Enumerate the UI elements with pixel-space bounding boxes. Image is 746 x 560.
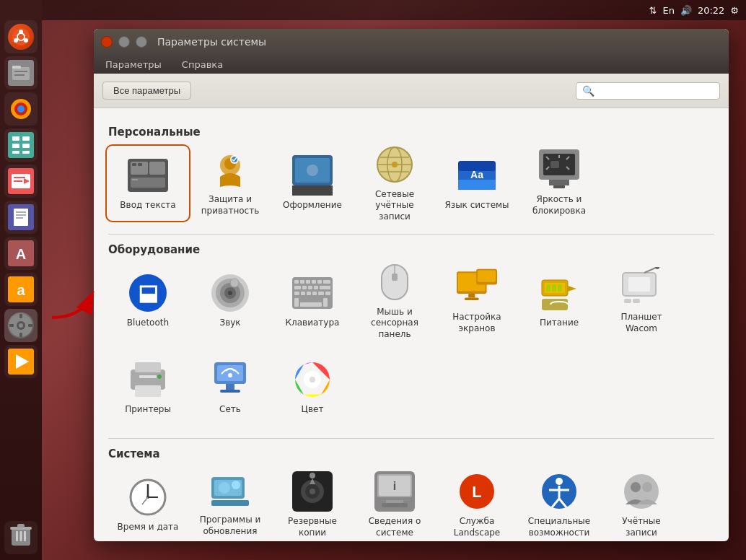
svg-rect-105 [294,298,299,307]
sidebar-item-impress[interactable] [4,165,38,198]
backup-label: Резервные копии [278,516,346,538]
svg-point-150 [232,481,240,489]
svg-rect-75 [549,180,569,185]
updates-label: Программы и обновления [196,515,264,537]
svg-rect-45 [17,524,25,528]
sidebar-item-vlc[interactable] [4,345,38,378]
sidebar-item-ubuntu[interactable] [4,20,38,53]
svg-point-69 [392,162,398,167]
settings-item-mouse[interactable]: Мышь и сенсорная панель [355,265,434,337]
clock-label: Время и дата [118,522,179,533]
settings-item-updates[interactable]: Программы и обновления [190,469,270,541]
svg-rect-47 [20,531,22,541]
settings-item-backup[interactable]: Резервные копии [273,469,352,541]
settings-item-monitors[interactable]: Настройка экранов [437,265,517,337]
svg-rect-72 [458,180,496,190]
appstore-icon: A [8,240,34,266]
svg-rect-17 [22,144,30,148]
backup-icon [292,471,333,512]
sidebar-item-files[interactable] [4,56,38,89]
sysinfo-icon: i [374,471,415,512]
svg-rect-14 [12,136,19,141]
toolbar: Все параметры 🔍 [94,74,729,108]
minimize-button[interactable] [118,36,130,48]
appearance-label: Оформление [283,200,342,211]
svg-rect-137 [220,390,240,393]
settings-item-accounts[interactable]: Учётные записи [602,469,681,541]
maximize-button[interactable] [136,36,147,48]
language-label[interactable]: En [662,5,674,16]
topbar: ⇅ En 🔊 20:22 ⚙ [0,0,746,20]
settings-item-network-accounts[interactable]: Сетевые учётные записи [355,147,434,219]
svg-rect-78 [550,161,559,168]
svg-rect-110 [392,274,398,281]
settings-item-bluetooth[interactable]: ⬓ Bluetooth [108,265,188,337]
svg-rect-55 [138,163,142,166]
monitors-icon [457,267,497,307]
svg-rect-39 [9,324,14,327]
svg-rect-29 [16,217,23,219]
svg-text:A: A [16,246,26,262]
accounts-label: Учётные записи [607,516,675,538]
svg-rect-9 [14,74,25,76]
sidebar-item-calc[interactable] [4,128,38,162]
settings-item-sound[interactable]: Звук [190,265,270,337]
close-button[interactable] [101,36,113,48]
system-items-grid: Время и дата Программы и обновления [108,469,714,541]
settings-item-language[interactable]: Aa Язык системы [437,147,517,219]
svg-point-156 [310,473,315,478]
text-input-label: Ввод текста [120,200,175,211]
settings-item-sysinfo[interactable]: i Сведения о системе [355,469,434,541]
settings-item-appearance[interactable]: Оформление [273,147,352,219]
settings-item-clock[interactable]: Время и дата [108,469,188,541]
settings-item-privacy[interactable]: Защита и приватность [190,147,270,219]
svg-rect-48 [24,531,26,541]
sidebar-item-amazon[interactable]: a [4,273,38,306]
svg-rect-37 [19,314,22,318]
search-input[interactable] [597,85,713,96]
svg-rect-95 [302,286,307,289]
firefox-icon [8,96,34,122]
language-icon: Aa [457,155,497,196]
svg-rect-136 [226,384,234,390]
back-button[interactable]: Все параметры [102,82,191,100]
svg-point-166 [556,478,563,485]
writer-icon [8,204,34,230]
svg-point-133 [157,375,162,379]
mouse-icon [374,262,415,302]
sidebar-item-writer[interactable] [4,201,38,234]
privacy-label: Защита и приватность [196,194,264,216]
svg-rect-91 [312,280,316,284]
settings-item-text-input[interactable]: Ввод текста [108,147,188,219]
settings-item-printers[interactable]: Принтеры [108,351,188,424]
settings-item-accessibility[interactable]: Специальные возможности [519,469,599,541]
svg-rect-119 [546,284,550,292]
text-input-icon [128,155,168,196]
svg-rect-89 [300,280,304,284]
sidebar-item-firefox[interactable] [4,92,38,126]
svg-rect-38 [19,333,22,337]
svg-rect-101 [307,292,311,295]
settings-item-brightness[interactable]: Яркость и блокировка [519,147,599,219]
menu-item-help[interactable]: Справка [177,58,227,71]
settings-item-color[interactable]: Цвет [273,351,352,424]
svg-rect-121 [558,284,562,292]
settings-item-network[interactable]: Сеть [190,351,270,424]
system-settings-icon[interactable]: ⚙ [730,5,739,16]
sidebar-item-trash[interactable] [4,521,38,554]
sidebar-item-appstore[interactable]: A [4,237,38,270]
svg-rect-114 [465,298,479,301]
svg-rect-100 [301,292,305,295]
svg-point-63 [307,165,318,176]
settings-item-landscape[interactable]: L Служба Landscape [437,469,517,541]
ubuntu-icon [8,24,34,50]
settings-item-keyboard[interactable]: Клавиатура [273,265,352,337]
settings-item-power[interactable]: Питание [519,265,599,337]
sidebar-item-settings[interactable] [4,309,38,342]
svg-rect-120 [552,284,556,292]
svg-rect-132 [139,375,157,378]
settings-item-wacom[interactable]: Планшет Wacom [602,265,681,337]
privacy-icon [210,149,250,190]
menu-item-params[interactable]: Параметры [101,58,166,71]
svg-rect-7 [12,66,21,69]
